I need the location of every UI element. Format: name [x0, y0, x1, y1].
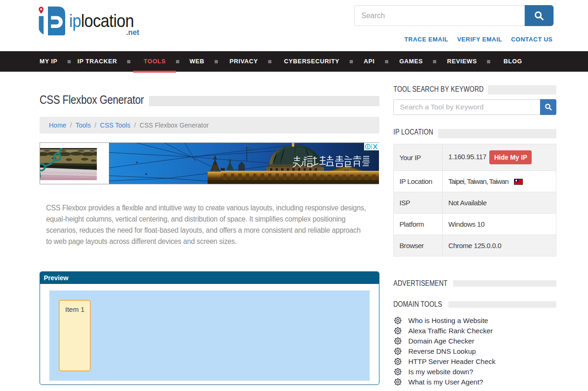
- svg-text:iplocation: iplocation: [69, 11, 134, 31]
- svg-text:.net: .net: [126, 28, 140, 37]
